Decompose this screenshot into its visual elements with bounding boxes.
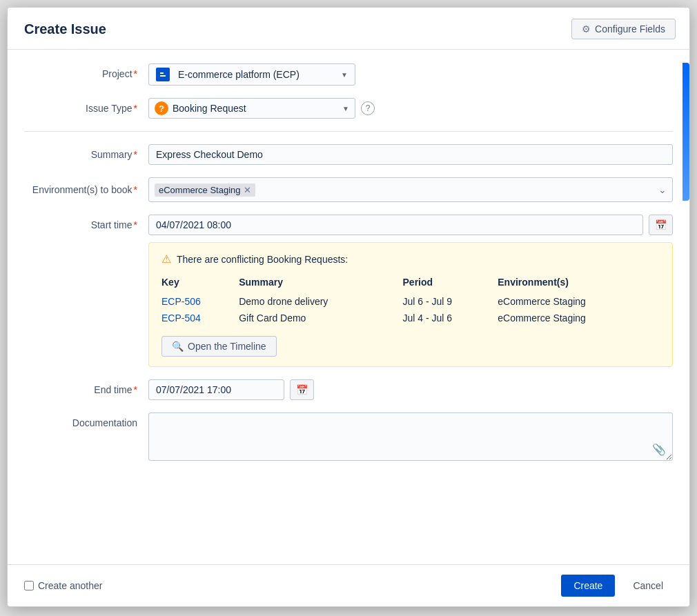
issue-type-select[interactable]: ? Booking Request ▼ bbox=[148, 98, 355, 119]
end-time-row: End time* 📅 bbox=[24, 379, 673, 400]
issue-type-label: Issue Type* bbox=[24, 98, 148, 114]
warning-icon: ⚠ bbox=[161, 252, 171, 266]
summary-row: Summary* bbox=[24, 144, 673, 165]
env-label: Environment(s) to book* bbox=[24, 177, 148, 195]
end-time-control-wrap: 📅 bbox=[148, 379, 673, 400]
conflict-envs: eCommerce Staging bbox=[498, 310, 660, 326]
col-header-summary: Summary bbox=[239, 274, 402, 293]
env-dropdown-arrow: ⌄ bbox=[658, 184, 667, 195]
calendar-icon: 📅 bbox=[655, 219, 667, 230]
col-header-envs: Environment(s) bbox=[498, 274, 660, 293]
documentation-wrap: 📎 bbox=[148, 413, 673, 463]
configure-fields-label: Configure Fields bbox=[595, 23, 665, 34]
documentation-label: Documentation bbox=[24, 413, 148, 428]
conflict-key[interactable]: ECP-504 bbox=[161, 310, 239, 326]
start-time-input[interactable] bbox=[148, 215, 643, 235]
conflict-box: ⚠ There are conflicting Booking Requests… bbox=[148, 242, 673, 367]
project-label: Project* bbox=[24, 63, 148, 79]
env-control-wrap: eCommerce Staging ✕ ⌄ bbox=[148, 177, 673, 202]
help-icon[interactable]: ? bbox=[361, 101, 375, 115]
col-header-period: Period bbox=[403, 274, 498, 293]
issue-type-value: Booking Request bbox=[173, 103, 342, 114]
project-control-wrap: E-commerce platform (ECP) ▼ bbox=[148, 63, 673, 86]
conflict-summary: Gift Card Demo bbox=[239, 310, 402, 326]
conflict-key[interactable]: ECP-506 bbox=[161, 293, 239, 310]
start-time-control-wrap: 📅 ⚠ There are conflicting Booking Reques… bbox=[148, 215, 673, 367]
issue-type-row: Issue Type* ? Booking Request ▼ ? bbox=[24, 98, 673, 119]
create-issue-dialog: Create Issue ⚙ Configure Fields Project* bbox=[7, 7, 690, 607]
conflict-period: Jul 4 - Jul 6 bbox=[403, 310, 498, 326]
env-select[interactable]: eCommerce Staging ✕ ⌄ bbox=[148, 177, 673, 202]
gear-icon: ⚙ bbox=[582, 23, 591, 34]
dialog-title: Create Issue bbox=[24, 21, 106, 37]
env-row: Environment(s) to book* eCommerce Stagin… bbox=[24, 177, 673, 202]
summary-input[interactable] bbox=[148, 144, 673, 165]
documentation-row: Documentation 📎 bbox=[24, 413, 673, 463]
form-divider bbox=[24, 131, 673, 132]
conflict-envs: eCommerce Staging bbox=[498, 293, 660, 310]
start-time-row: Start time* 📅 ⚠ There are conflicting bbox=[24, 215, 673, 367]
attachment-icon[interactable]: 📎 bbox=[652, 443, 666, 456]
issue-type-icon: ? bbox=[155, 101, 168, 115]
project-dropdown-arrow: ▼ bbox=[341, 71, 348, 79]
end-time-wrap: 📅 bbox=[148, 379, 314, 400]
env-tag: eCommerce Staging ✕ bbox=[155, 183, 255, 197]
cancel-button[interactable]: Cancel bbox=[623, 575, 673, 597]
side-accent bbox=[683, 63, 689, 201]
conflict-period: Jul 6 - Jul 9 bbox=[403, 293, 498, 310]
env-tag-label: eCommerce Staging bbox=[159, 185, 241, 195]
env-tag-remove[interactable]: ✕ bbox=[244, 185, 251, 195]
search-icon: 🔍 bbox=[172, 341, 184, 352]
documentation-textarea[interactable] bbox=[148, 413, 673, 461]
end-time-label: End time* bbox=[24, 379, 148, 395]
project-row: Project* E-commerce platform (ECP) ▼ bbox=[24, 63, 673, 86]
end-time-calendar-button[interactable]: 📅 bbox=[290, 379, 314, 400]
configure-fields-button[interactable]: ⚙ Configure Fields bbox=[571, 19, 676, 39]
end-time-input[interactable] bbox=[148, 379, 284, 400]
issue-type-wrap: ? Booking Request ▼ ? bbox=[148, 98, 375, 119]
col-header-key: Key bbox=[161, 274, 239, 293]
dialog-footer: Create another Create Cancel bbox=[8, 564, 689, 606]
summary-control-wrap bbox=[148, 144, 673, 165]
create-another-checkbox[interactable] bbox=[24, 581, 34, 590]
create-another-label[interactable]: Create another bbox=[38, 580, 102, 591]
project-value: E-commerce platform (ECP) bbox=[178, 69, 337, 80]
create-button[interactable]: Create bbox=[561, 575, 615, 597]
timeline-btn-label: Open the Timeline bbox=[188, 341, 266, 352]
start-time-label: Start time* bbox=[24, 215, 148, 230]
dialog-header: Create Issue ⚙ Configure Fields bbox=[8, 8, 689, 50]
project-select-wrap[interactable]: E-commerce platform (ECP) ▼ bbox=[148, 63, 355, 86]
issue-type-arrow: ▼ bbox=[342, 105, 349, 112]
summary-label: Summary* bbox=[24, 144, 148, 160]
table-row: ECP-504 Gift Card Demo Jul 4 - Jul 6 eCo… bbox=[161, 310, 660, 326]
dialog-body: Project* E-commerce platform (ECP) ▼ bbox=[8, 50, 689, 564]
conflict-summary: Demo drone delivery bbox=[239, 293, 402, 310]
svg-rect-0 bbox=[158, 70, 168, 79]
conflict-header: ⚠ There are conflicting Booking Requests… bbox=[161, 252, 660, 266]
start-time-wrap: 📅 bbox=[148, 215, 673, 235]
start-time-calendar-button[interactable]: 📅 bbox=[649, 215, 673, 235]
documentation-control-wrap: 📎 bbox=[148, 413, 673, 463]
open-timeline-button[interactable]: 🔍 Open the Timeline bbox=[161, 336, 277, 357]
conflict-message: There are conflicting Booking Requests: bbox=[177, 254, 348, 265]
project-icon bbox=[156, 68, 170, 81]
issue-type-control-wrap: ? Booking Request ▼ ? bbox=[148, 98, 673, 119]
conflict-table: Key Summary Period Environment(s) ECP-50… bbox=[161, 274, 660, 326]
create-another-wrap: Create another bbox=[24, 580, 102, 591]
table-row: ECP-506 Demo drone delivery Jul 6 - Jul … bbox=[161, 293, 660, 310]
calendar-icon-end: 📅 bbox=[296, 384, 308, 395]
